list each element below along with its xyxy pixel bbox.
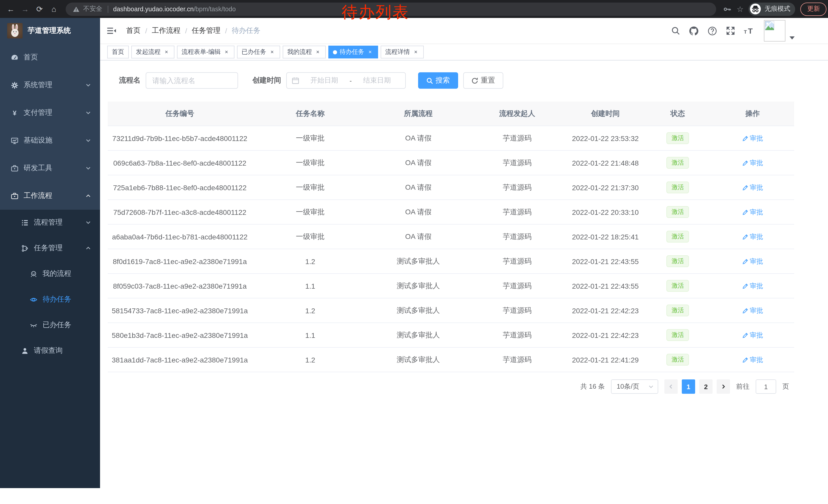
sidebar-item-todo-task[interactable]: 待办任务 [0,287,100,312]
reset-button[interactable]: 重置 [463,72,503,89]
sidebar-item-process-mgmt[interactable]: 流程管理 [0,210,100,235]
task-name-cell: 一级审批 [252,126,369,150]
initiator-cell: 芋道源码 [468,224,566,249]
task-id-cell: 58154733-7ac8-11ec-a9e2-a2380e71991a [108,298,252,323]
sidebar-item-infra[interactable]: 基础设施 [0,127,100,154]
task-id-cell: 73211d9d-7b9b-11ec-b5b7-acde48001122 [108,126,252,150]
search-icon[interactable] [671,26,680,35]
breadcrumb-separator: / [185,27,187,35]
url-host: dashboard.yudao.iocoder.cn [113,5,194,12]
tab-todo-task[interactable]: 待办任务× [328,46,378,58]
tab-process-detail[interactable]: 流程详情× [381,46,424,58]
eye-closed-icon [29,321,37,329]
breadcrumb-item[interactable]: 首页 [126,26,140,35]
sidebar-item-payment[interactable]: ¥支付管理 [0,99,100,127]
approve-link[interactable]: 审批 [742,355,763,364]
sidebar-item-label: 研发工具 [24,164,86,173]
approve-link[interactable]: 审批 [742,281,763,290]
sidebar-toggle-icon[interactable] [105,25,118,36]
created-at-cell: 2022-01-22 21:48:48 [566,150,645,175]
search-button[interactable]: 搜索 [418,72,458,89]
table-row: 8f059c03-7ac8-11ec-a9e2-a2380e71991a1.1测… [108,274,794,298]
sidebar-item-devtools[interactable]: 研发工具 [0,154,100,182]
edit-pencil-icon [742,184,748,190]
github-icon[interactable] [689,26,699,36]
sidebar-item-workflow[interactable]: 工作流程 [0,182,100,210]
chevron-up-icon [86,245,91,251]
fullscreen-icon[interactable] [726,26,735,35]
breadcrumb-item[interactable]: 任务管理 [192,26,220,35]
breadcrumb-item[interactable]: 工作流程 [152,26,180,35]
table-row: 73211d9d-7b9b-11ec-b5b7-acde48001122一级审批… [108,126,794,150]
sidebar-item-my-process[interactable]: 我的流程 [0,261,100,287]
tab-start-process[interactable]: 发起流程× [131,46,174,58]
sidebar-item-home[interactable]: 首页 [0,44,100,71]
task-id-cell: 580e1b3d-7ac8-11ec-a9e2-a2380e71991a [108,323,252,348]
process-name-input[interactable] [146,72,238,89]
approve-link[interactable]: 审批 [742,306,763,315]
edit-pencil-icon [742,258,748,264]
tab-form-edit[interactable]: 流程表单-编辑× [177,46,235,58]
created-at-cell: 2022-01-22 23:53:32 [566,126,645,150]
approve-link[interactable]: 审批 [742,134,763,143]
sidebar-item-system[interactable]: 系统管理 [0,71,100,99]
status-badge: 激活 [666,329,689,341]
browser-window: ← → ⟳ ⌂ 不安全 dashboard.yudao.iocoder.cn/b… [0,0,828,504]
page-number-1[interactable]: 1 [682,379,695,394]
approve-link[interactable]: 审批 [742,257,763,266]
url-bar[interactable]: 不安全 dashboard.yudao.iocoder.cn/bpm/task/… [66,2,716,16]
back-icon[interactable]: ← [5,5,16,13]
robot-icon [29,270,37,278]
reload-icon[interactable]: ⟳ [34,4,45,13]
user-avatar[interactable] [764,20,795,42]
action-cell: 审批 [711,249,794,274]
next-page-button[interactable] [717,379,730,394]
close-icon[interactable]: × [412,49,419,55]
prev-page-button[interactable] [664,379,678,394]
chevron-down-icon [86,110,91,116]
app-logo[interactable]: 芋道管理系统 [0,18,100,44]
bookmark-star-icon[interactable]: ☆ [737,4,744,13]
update-button[interactable]: 更新 [800,2,827,16]
font-size-icon[interactable]: TT [744,27,755,35]
approve-link[interactable]: 审批 [742,183,763,192]
total-count: 共 16 条 [580,382,605,391]
approve-link[interactable]: 审批 [742,330,763,340]
tab-my-process[interactable]: 我的流程× [283,46,326,58]
close-icon[interactable]: × [163,49,170,55]
created-at-cell: 2022-01-21 22:43:55 [566,274,645,298]
tab-done-task[interactable]: 已办任务× [237,46,280,58]
sidebar-item-done-task[interactable]: 已办任务 [0,312,100,338]
process-cell: 测试多审批人 [369,323,468,348]
page-number-2[interactable]: 2 [699,379,713,394]
sidebar-item-leave-query[interactable]: 请假查询 [0,338,100,364]
approve-link[interactable]: 审批 [742,232,763,241]
close-icon[interactable]: × [269,49,276,55]
approve-link[interactable]: 审批 [742,208,763,217]
tab-label: 流程表单-编辑 [181,48,220,56]
help-icon[interactable] [707,26,717,36]
status-badge: 激活 [666,231,689,242]
action-cell: 审批 [711,274,794,298]
date-range-picker[interactable]: 开始日期 - 结束日期 [286,72,406,89]
caret-down-icon [790,36,795,42]
forward-icon[interactable]: → [19,5,31,13]
close-icon[interactable]: × [367,49,373,55]
action-cell: 审批 [711,323,794,348]
goto-page-input[interactable] [756,379,776,394]
app-title: 芋道管理系统 [28,26,71,35]
close-icon[interactable]: × [223,49,230,55]
create-time-label: 创建时间 [252,76,281,85]
tree-icon [20,244,29,252]
sidebar-item-task-mgmt[interactable]: 任务管理 [0,235,100,261]
page-size-select[interactable]: 10条/页 [611,379,658,394]
incognito-icon [750,3,761,15]
column-header: 所属流程 [369,101,468,126]
key-icon[interactable] [723,5,732,13]
table-row: 580e1b3d-7ac8-11ec-a9e2-a2380e71991a1.1测… [108,323,794,348]
home-icon[interactable]: ⌂ [48,5,59,13]
tab-home[interactable]: 首页 [107,46,129,58]
approve-link[interactable]: 审批 [742,158,763,168]
close-icon[interactable]: × [315,49,321,55]
breadcrumb: 首页/工作流程/任务管理/待办任务 [126,26,671,35]
